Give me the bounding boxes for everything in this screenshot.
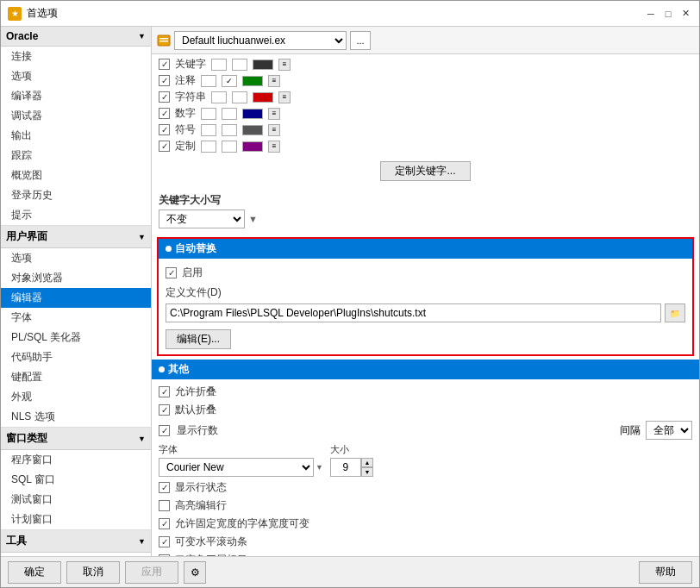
- keyword-italic-string[interactable]: [232, 91, 247, 103]
- keyword-color-number[interactable]: [242, 109, 263, 119]
- auto-replace-header: 自动替换: [159, 239, 692, 259]
- sidebar-item-options[interactable]: 选项: [1, 66, 151, 86]
- keyword-scroll-string[interactable]: ≡: [278, 91, 291, 103]
- keyword-italic-custom[interactable]: [222, 141, 237, 153]
- sidebar-item-trace[interactable]: 跟踪: [1, 146, 151, 166]
- font-size-input[interactable]: [330, 458, 361, 477]
- fixed-width-checkbox[interactable]: [159, 518, 170, 529]
- keyword-scroll-keyword[interactable]: ≡: [278, 59, 291, 71]
- other-section-body: 允许折叠 默认折叠 显示行数 间隔 全部: [152, 379, 699, 556]
- keyword-italic-keyword[interactable]: [232, 59, 247, 71]
- sidebar-section-header-ui[interactable]: 用户界面 ▼: [1, 226, 151, 248]
- keyword-bold-number[interactable]: [201, 108, 216, 120]
- file-path-input[interactable]: [166, 303, 661, 322]
- keyword-color-symbol[interactable]: [242, 125, 263, 135]
- keyword-row-custom: 定制 ≡: [159, 138, 692, 154]
- keyword-checkbox-keyword[interactable]: [159, 59, 170, 70]
- sidebar-item-object-browser[interactable]: 对象浏览器: [1, 268, 151, 288]
- apply-button[interactable]: 应用: [125, 561, 178, 584]
- sidebar-item-debugger[interactable]: 调试器: [1, 106, 151, 126]
- keyword-scroll-number[interactable]: ≡: [268, 108, 280, 120]
- sidebar-item-sql-window[interactable]: SQL 窗口: [1, 470, 151, 490]
- keyword-color-string[interactable]: [253, 92, 273, 103]
- sidebar-item-connect[interactable]: 连接: [1, 47, 151, 66]
- sidebar-item-compiler[interactable]: 编译器: [1, 86, 151, 106]
- profile-icon: [157, 34, 171, 47]
- more-button[interactable]: ...: [350, 31, 371, 50]
- keyword-italic-symbol[interactable]: [222, 124, 237, 136]
- keyword-italic-comment[interactable]: ✓: [222, 75, 237, 87]
- keyword-color-comment[interactable]: [242, 76, 263, 86]
- sidebar-item-loginhistory[interactable]: 登录历史: [1, 185, 151, 205]
- profile-select[interactable]: Default liuchuanwei.ex: [174, 31, 347, 50]
- toolbar: Default liuchuanwei.ex ...: [152, 27, 699, 54]
- keyword-scroll-custom[interactable]: ≡: [268, 141, 280, 153]
- default-fold-checkbox[interactable]: [159, 404, 170, 416]
- keyword-bold-string[interactable]: [211, 91, 227, 103]
- font-size-down-button[interactable]: ▼: [361, 467, 373, 477]
- sidebar-section-windowtypes: 窗口类型 ▼ 程序窗口 SQL 窗口 测试窗口 计划窗口: [1, 428, 151, 530]
- keyword-case-select[interactable]: 不变: [159, 210, 245, 228]
- sidebar-item-program-window[interactable]: 程序窗口: [1, 450, 151, 470]
- sidebar-item-codeassistant[interactable]: 代码助手: [1, 347, 151, 367]
- ok-button[interactable]: 确定: [8, 561, 61, 584]
- minimize-button[interactable]: ─: [644, 7, 658, 21]
- keyword-scroll-comment[interactable]: ≡: [268, 75, 280, 87]
- sidebar-item-beautifier[interactable]: PL/SQL 美化器: [1, 328, 151, 347]
- other-label: 其他: [168, 362, 189, 377]
- show-row-count-checkbox[interactable]: [159, 425, 170, 436]
- sidebar-item-hints[interactable]: 提示: [1, 205, 151, 225]
- sidebar-item-nls[interactable]: NLS 选项: [1, 407, 151, 427]
- auto-replace-label: 自动替换: [175, 241, 216, 256]
- right-panel: Default liuchuanwei.ex ... 关键字 ≡: [152, 27, 699, 556]
- sidebar-section-header-windowtypes[interactable]: 窗口类型 ▼: [1, 428, 151, 450]
- cancel-button[interactable]: 取消: [66, 561, 120, 584]
- font-size-up-button[interactable]: ▲: [361, 458, 373, 467]
- keyword-checkbox-comment[interactable]: [159, 75, 170, 86]
- sidebar-section-ui: 用户界面 ▼ 选项 对象浏览器 编辑器 字体 PL/SQL 美化器 代码助手 键…: [1, 226, 151, 428]
- sidebar-item-test-window[interactable]: 测试窗口: [1, 490, 151, 510]
- browse-button[interactable]: 📁: [665, 303, 685, 322]
- keyword-checkbox-symbol[interactable]: [159, 124, 170, 135]
- keyword-scroll-symbol[interactable]: ≡: [268, 124, 280, 136]
- keyword-bold-comment[interactable]: [201, 75, 216, 87]
- help-button[interactable]: 帮助: [639, 561, 692, 584]
- keyword-checkbox-string[interactable]: [159, 91, 170, 103]
- edit-button[interactable]: 编辑(E)...: [166, 329, 231, 349]
- keyword-bold-custom[interactable]: [201, 141, 216, 153]
- hscroll-checkbox[interactable]: [159, 536, 170, 547]
- sidebar-section-header-oracle[interactable]: Oracle ▼: [1, 27, 151, 47]
- default-fold-row: 默认折叠: [159, 401, 692, 419]
- maximize-button[interactable]: □: [661, 7, 675, 21]
- keyword-bold-symbol[interactable]: [201, 124, 216, 136]
- close-button[interactable]: ✕: [678, 7, 692, 21]
- keyword-checkbox-number[interactable]: [159, 108, 170, 119]
- allow-fold-checkbox[interactable]: [159, 386, 170, 397]
- sidebar-item-keyconfig[interactable]: 键配置: [1, 367, 151, 387]
- interval-select[interactable]: 全部: [646, 421, 692, 440]
- sidebar-item-output[interactable]: 输出: [1, 126, 151, 146]
- font-size-label: 大小: [330, 443, 373, 456]
- settings-icon-button[interactable]: ⚙: [184, 561, 206, 584]
- sidebar-item-appearance[interactable]: 外观: [1, 387, 151, 407]
- sidebar-item-ui-options[interactable]: 选项: [1, 248, 151, 268]
- show-row-status-checkbox[interactable]: [159, 482, 170, 493]
- sidebar-item-editor[interactable]: 编辑器: [1, 288, 151, 308]
- keyword-color-keyword[interactable]: [253, 59, 273, 70]
- enable-checkbox[interactable]: [166, 267, 177, 278]
- keyword-italic-number[interactable]: [222, 108, 237, 120]
- keyword-bold-keyword[interactable]: [211, 59, 227, 71]
- customize-keywords-button[interactable]: 定制关键字...: [380, 161, 470, 181]
- sidebar-section-header-tools[interactable]: 工具 ▼: [1, 530, 151, 553]
- highlight-edit-checkbox[interactable]: [159, 500, 170, 511]
- keyword-color-custom[interactable]: [242, 141, 263, 152]
- font-select[interactable]: Courier New: [159, 458, 314, 477]
- sidebar-item-font[interactable]: 字体: [1, 308, 151, 328]
- other-section: 其他 允许折叠 默认折叠 显示行数: [152, 360, 699, 556]
- sidebar-item-plan-window[interactable]: 计划窗口: [1, 510, 151, 529]
- other-dot-icon: [159, 366, 165, 372]
- interval-label: 间隔: [620, 423, 641, 438]
- chevron-down-icon: ▼: [138, 537, 146, 546]
- keyword-checkbox-custom[interactable]: [159, 141, 170, 152]
- sidebar-item-overview[interactable]: 概览图: [1, 166, 151, 185]
